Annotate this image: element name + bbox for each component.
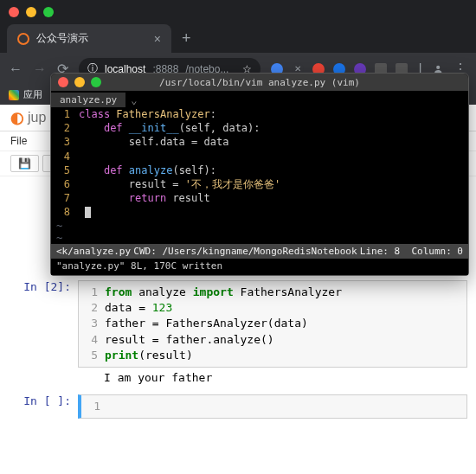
terminal-titlebar[interactable]: /usr/local/bin/vim analyze.py (vim) [51,74,468,91]
code-input[interactable]: 1from analyze import FathersAnalyzer 2da… [78,280,467,368]
new-tab-button[interactable]: + [171,29,202,48]
code-cell-active[interactable]: In [ ]: 1 [9,394,467,419]
window-minimize[interactable] [26,7,36,17]
code-cell[interactable]: In [2]: 1from analyze import FathersAnal… [9,280,467,388]
vim-tab[interactable]: analyze.py [51,93,125,107]
jupyter-favicon [17,33,29,45]
vim-statusline: <k/analyze.py CWD: /Users/kingname/Mongo… [51,244,468,259]
terminal-window[interactable]: /usr/local/bin/vim analyze.py (vim) anal… [50,73,469,276]
tab-dropdown-icon[interactable]: ⌄ [125,94,142,106]
bookmark-apps[interactable]: 应用 [9,88,42,101]
cell-prompt: In [2]: [9,280,78,388]
notebook-area: In [2]: 1from analyze import FathersAnal… [0,263,476,443]
browser-tabs: 公众号演示 × + [0,24,476,53]
tab-close-icon[interactable]: × [154,32,161,46]
window-close[interactable] [9,7,19,17]
vim-message: "analyze.py" 8L, 170C written [51,259,468,273]
code-input[interactable]: 1 [78,394,467,419]
vim-tilde: ~ [51,220,468,232]
window-controls [0,0,476,24]
tab-title: 公众号演示 [36,31,147,46]
menu-file[interactable]: File [10,135,27,147]
svg-point-0 [436,65,440,68]
browser-tab-active[interactable]: 公众号演示 × [7,24,171,53]
terminal-body[interactable]: analyze.py⌄ 1class FathersAnalyzer: 2 de… [51,91,468,275]
vim-cursor [85,207,91,218]
vim-tilde: ~ [51,232,468,244]
nav-forward-icon: → [33,61,47,77]
cell-prompt: In [ ]: [9,394,78,419]
terminal-title: /usr/local/bin/vim analyze.py (vim) [51,77,468,88]
jupyter-logo[interactable]: ◐jup [10,108,46,127]
nav-back-icon[interactable]: ← [9,61,23,77]
window-maximize[interactable] [43,7,54,17]
save-button[interactable]: 💾 [10,155,39,172]
cell-output: I am your father [78,368,467,388]
